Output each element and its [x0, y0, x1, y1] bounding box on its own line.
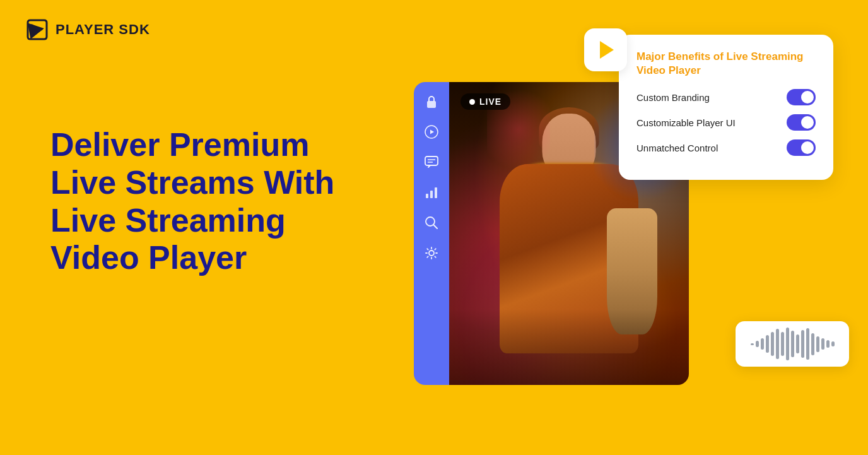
svg-rect-0: [427, 101, 436, 108]
toggle-unmatched-control[interactable]: [787, 139, 816, 156]
svg-rect-7: [435, 187, 437, 198]
logo-icon: [25, 18, 49, 42]
waveform-bar: [776, 329, 779, 359]
analytics-icon[interactable]: [423, 184, 440, 201]
benefits-card: Major Benefits of Live Streaming Video P…: [619, 35, 833, 180]
waveform-bar: [821, 338, 824, 350]
player-sidebar: [414, 82, 449, 385]
waveform-bar: [786, 328, 789, 360]
waveform-visual: [751, 328, 835, 360]
waveform-bar: [791, 331, 794, 357]
logo-area: PLAYER SDK: [25, 18, 150, 42]
benefit-label-2: Customizable Player UI: [636, 117, 736, 128]
chat-icon[interactable]: [423, 154, 440, 170]
benefit-row-3: Unmatched Control: [636, 139, 816, 156]
waveform-bar: [801, 330, 804, 358]
live-text: LIVE: [479, 97, 501, 107]
svg-rect-6: [430, 191, 433, 198]
right-content: Major Benefits of Live Streaming Video P…: [376, 0, 868, 455]
logo-text: PLAYER SDK: [56, 21, 150, 38]
waveform-bar: [781, 332, 784, 356]
toggle-customizable-ui[interactable]: [787, 114, 816, 131]
benefits-title: Major Benefits of Live Streaming Video P…: [636, 50, 816, 78]
waveform-bar: [796, 334, 799, 353]
benefit-row-2: Customizable Player UI: [636, 114, 816, 131]
waveform-bar: [831, 341, 835, 346]
benefit-label-1: Custom Branding: [636, 92, 710, 103]
waveform-bar: [811, 333, 814, 355]
svg-point-9: [429, 251, 434, 256]
sidebar-play-icon[interactable]: [423, 124, 440, 140]
svg-rect-5: [426, 194, 428, 198]
waveform-bar: [766, 335, 769, 353]
lock-icon[interactable]: [423, 93, 440, 110]
waveform-bar: [816, 336, 819, 352]
search-icon[interactable]: [423, 215, 440, 231]
settings-icon[interactable]: [423, 245, 440, 261]
svg-rect-2: [425, 157, 438, 165]
toggle-custom-branding[interactable]: [787, 89, 816, 105]
benefit-label-3: Unmatched Control: [636, 143, 718, 153]
waveform-bar: [771, 332, 774, 356]
play-icon-box: [584, 28, 627, 71]
hero-section: Deliver Premium Live Streams With Live S…: [50, 126, 378, 277]
benefit-row-1: Custom Branding: [636, 89, 816, 105]
play-icon: [600, 41, 614, 59]
waveform-bar: [761, 338, 764, 350]
waveform-bar: [751, 343, 754, 345]
gradient-overlay: [449, 309, 689, 385]
waveform-card: [736, 321, 849, 367]
waveform-bar: [756, 341, 759, 347]
hero-title: Deliver Premium Live Streams With Live S…: [50, 126, 378, 277]
waveform-bar: [806, 328, 809, 360]
live-dot: [469, 99, 475, 105]
waveform-bar: [826, 340, 830, 348]
live-badge: LIVE: [460, 93, 510, 110]
